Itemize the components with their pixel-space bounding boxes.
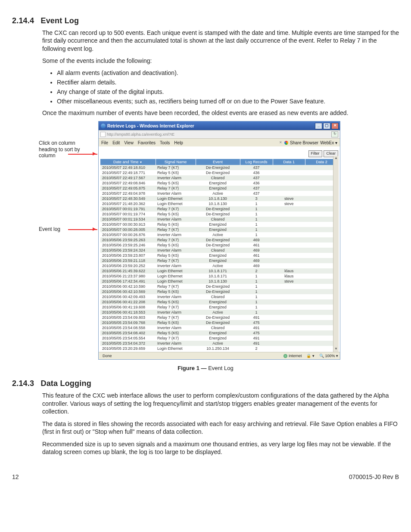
cell-datetime: 2010/05/06 21:23:37.980	[100, 274, 156, 279]
table-row[interactable]: 2010/05/06 23:59:23.807Relay 5 (K5)Energ…	[100, 253, 338, 258]
close-button[interactable]: ✕	[331, 123, 339, 129]
col-header-event[interactable]: Event	[196, 159, 240, 165]
menu-help[interactable]: Help	[174, 140, 183, 145]
table-row[interactable]: 2010/05/06 00:41:22.208Relay 5 (K5)Energ…	[100, 299, 338, 305]
cell-data1	[273, 320, 305, 325]
table-row[interactable]: 2010/05/06 23:59:25.246Relay 5 (K5)De-En…	[100, 243, 338, 248]
cell-datetime: 2010/05/07 00:00:30.913	[100, 222, 156, 227]
table-row[interactable]: 2010/05/07 22:49:04.978Inverter AlarmAct…	[100, 191, 338, 196]
menu-tools[interactable]: Tools	[160, 140, 170, 145]
cell-datetime: 2010/05/07 22:49:08.846	[100, 180, 156, 186]
table-row[interactable]: 2010/05/07 22:49:08.846Relay 5 (K5)Energ…	[100, 180, 338, 186]
cell-signal: Relay 7 (K7)	[156, 206, 196, 212]
table-row[interactable]: 2010/05/05 23:54:04.372Inverter AlarmAct…	[100, 341, 338, 346]
table-row[interactable]: 2010/05/07 22:49:05.875Relay 7 (K7)Energ…	[100, 186, 338, 191]
cell-event: Energized	[196, 336, 240, 341]
cell-datetime: 2010/05/06 00:41:22.208	[100, 299, 156, 305]
table-row[interactable]: 2010/05/05 23:54:08.558Inverter AlarmCle…	[100, 325, 338, 330]
cell-logrecords: 469	[240, 248, 273, 253]
cell-event: Cleared	[196, 175, 240, 180]
col-header-signal[interactable]: Signal Name	[156, 159, 196, 165]
scroll-up-icon[interactable]: ▲	[333, 156, 339, 161]
menu-favorites[interactable]: Favorites	[138, 140, 156, 145]
table-row[interactable]: 2010/05/05 23:54:08.402Relay 5 (K5)Energ…	[100, 330, 338, 336]
table-row[interactable]: 2010/05/07 22:48:30.549Login Ethernet10.…	[100, 196, 338, 201]
maximize-button[interactable]: ▢	[323, 123, 330, 129]
cell-logrecords: 437	[240, 165, 273, 170]
scroll-down-icon[interactable]: ▼	[333, 347, 339, 352]
cell-data1	[273, 180, 305, 186]
table-row[interactable]: 2010/05/05 23:20:29.659Login Ethernet10.…	[100, 346, 338, 351]
table-row[interactable]: 2010/05/06 21:45:39.622Login Ethernet10.…	[100, 268, 338, 274]
table-row[interactable]: 2010/05/06 21:23:37.980Login Ethernet10.…	[100, 274, 338, 279]
menu-view[interactable]: View	[124, 140, 134, 145]
cell-data1	[273, 315, 305, 320]
table-row[interactable]: 2010/05/05 23:54:09.803Relay 7 (K7)De-En…	[100, 315, 338, 320]
annotation-event-log: Event log	[39, 226, 60, 232]
menu-edit[interactable]: Edit	[112, 140, 120, 145]
cell-datetime: 2010/05/05 23:54:08.402	[100, 330, 156, 336]
close-toolbar-icon[interactable]: ✕	[278, 140, 283, 145]
table-row[interactable]: 2010/05/07 22:49:18.771Relay 5 (K5)De-En…	[100, 170, 338, 175]
table-row[interactable]: 2010/05/07 22:49:17.567Inverter AlarmCle…	[100, 175, 338, 180]
table-row[interactable]: 2010/05/05 23:54:05.554Relay 7 (K7)Energ…	[100, 336, 338, 341]
protected-mode-icon[interactable]: 🔒 ▾	[306, 354, 314, 358]
window-titlebar[interactable]: Retrieve Logs - Windows Internet Explore…	[99, 121, 340, 130]
table-row[interactable]: 2010/05/07 00:01:19.791Relay 7 (K7)De-En…	[100, 206, 338, 212]
cell-signal: Relay 5 (K5)	[156, 299, 196, 305]
list-item: Rectifier alarm details.	[57, 79, 399, 86]
table-row[interactable]: 2010/05/06 00:42:10.569Relay 5 (K5)De-En…	[100, 289, 338, 294]
cell-signal: Relay 7 (K7)	[156, 305, 196, 310]
address-bar[interactable]: http://smps80.alpha.ca/eventlog.xml?IE ↻	[99, 130, 340, 139]
webex-dropdown[interactable]: WebEx ▾	[320, 140, 337, 145]
table-row[interactable]: 2010/05/06 00:41:18.553Inverter AlarmAct…	[100, 310, 338, 315]
cell-event: De-Energized	[196, 320, 240, 325]
cell-event: Energized	[196, 299, 240, 305]
table-row[interactable]: 2010/05/07 00:00:28.005Relay 7 (K7)Energ…	[100, 227, 338, 232]
table-row[interactable]: 2010/05/06 23:59:20.252Inverter AlarmAct…	[100, 263, 338, 268]
window-title: Retrieve Logs - Windows Internet Explore…	[107, 124, 194, 128]
cell-datetime: 2010/05/06 23:59:25.246	[100, 243, 156, 248]
table-row[interactable]: 2010/05/06 00:41:19.608Relay 7 (K7)Energ…	[100, 305, 338, 310]
cell-logrecords: 1	[240, 212, 273, 217]
cell-data1	[273, 212, 305, 217]
table-row[interactable]: 2010/05/07 22:49:18.810Relay 7 (K7)De-En…	[100, 165, 338, 170]
table-row[interactable]: 2010/05/07 00:00:26.876Inverter AlarmAct…	[100, 232, 338, 237]
table-row[interactable]: 2010/05/06 23:59:24.324Inverter AlarmCle…	[100, 248, 338, 253]
cell-logrecords: 1	[240, 201, 273, 206]
cell-signal: Inverter Alarm	[156, 217, 196, 222]
cell-data1	[273, 310, 305, 315]
cell-logrecords: 491	[240, 315, 273, 320]
cell-data1	[273, 186, 305, 191]
table-row[interactable]: 2010/05/06 00:42:09.493Inverter AlarmCle…	[100, 294, 338, 299]
table-row[interactable]: 2010/05/07 00:01:19.534Inverter AlarmCle…	[100, 217, 338, 222]
paragraph: The data is stored in files showing the …	[42, 420, 399, 436]
cell-event: Active	[196, 232, 240, 237]
menu-file[interactable]: File	[101, 140, 108, 145]
cell-data1	[273, 222, 305, 227]
cell-event: Cleared	[196, 294, 240, 299]
col-header-datetime[interactable]: Date and Time	[100, 159, 156, 165]
cell-logrecords: 1	[240, 289, 273, 294]
table-row[interactable]: 2010/05/07 00:00:30.913Relay 5 (K5)Energ…	[100, 222, 338, 227]
filter-button[interactable]: Filter	[308, 150, 322, 157]
table-row[interactable]: 2010/05/06 17:42:34.491Login Ethernet10.…	[100, 279, 338, 284]
minimize-button[interactable]: _	[315, 123, 322, 129]
refresh-button[interactable]: ↻	[331, 131, 338, 137]
cell-datetime: 2010/05/07 22:49:17.567	[100, 175, 156, 180]
scrollbar[interactable]: ▲ ▼	[333, 156, 339, 352]
zoom-indicator[interactable]: 🔍 100% ▾	[319, 354, 338, 358]
table-row[interactable]: 2010/05/07 00:01:19.774Relay 5 (K5)De-En…	[100, 212, 338, 217]
col-header-logrecords[interactable]: Log Records	[240, 159, 273, 165]
table-row[interactable]: 2010/05/07 21:48:20.362Login Ethernet10.…	[100, 201, 338, 206]
col-header-data1[interactable]: Data 1	[273, 159, 305, 165]
cell-logrecords: 2	[240, 268, 273, 274]
table-row[interactable]: 2010/05/06 23:59:21.118Relay 7 (K7)Energ…	[100, 258, 338, 263]
table-row[interactable]: 2010/05/06 00:42:10.590Relay 7 (K7)De-En…	[100, 284, 338, 289]
table-row[interactable]: 2010/05/05 23:54:09.768Relay 5 (K5)De-En…	[100, 320, 338, 325]
cell-signal: Inverter Alarm	[156, 294, 196, 299]
table-row[interactable]: 2010/05/06 23:59:25.263Relay 7 (K7)De-En…	[100, 237, 338, 243]
share-browser-label[interactable]: Share Browser	[290, 140, 318, 145]
cell-event: Energized	[196, 222, 240, 227]
list-item: All alarm events (activation and deactiv…	[57, 69, 399, 76]
